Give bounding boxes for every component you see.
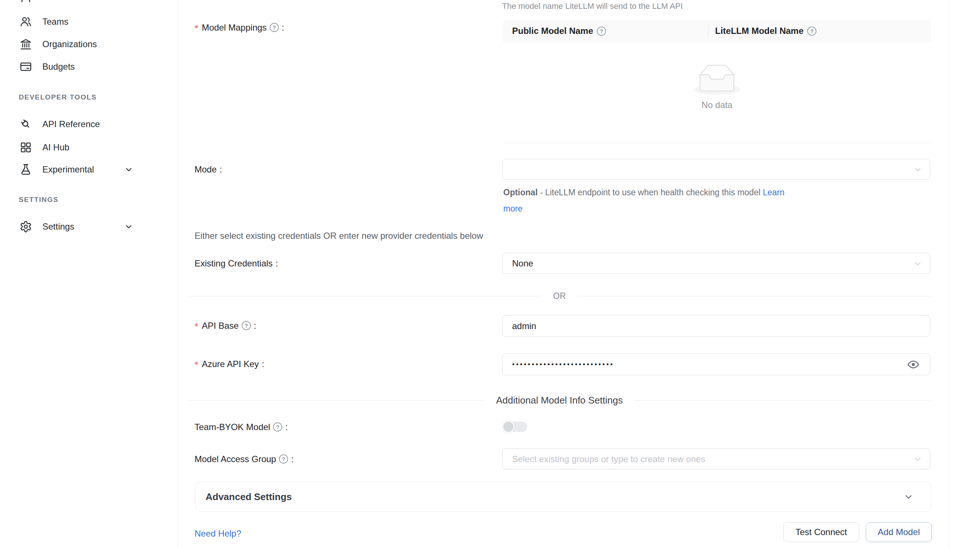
- sidebar-item-teams[interactable]: Teams: [0, 10, 169, 33]
- model-access-group-label: Model Access Group ?: [194, 449, 294, 470]
- sidebar-item-label: AI Hub: [42, 142, 69, 153]
- sidebar-item-label: Experimental: [42, 164, 94, 175]
- sidebar: Internal Users Teams Organizations Budge…: [0, 0, 178, 548]
- help-icon[interactable]: ?: [242, 321, 251, 330]
- empty-state: No data: [503, 64, 931, 110]
- content-right-edge-divider: [949, 0, 949, 548]
- users-icon: [19, 16, 32, 28]
- sidebar-item-settings[interactable]: Settings: [0, 215, 169, 238]
- help-icon[interactable]: ?: [270, 23, 279, 32]
- sidebar-section-developer-tools: DEVELOPER TOOLS: [19, 93, 97, 101]
- existing-credentials-label: Existing Credentials: [194, 253, 278, 274]
- add-model-button[interactable]: Add Model: [866, 522, 932, 542]
- help-icon[interactable]: ?: [273, 422, 282, 432]
- sidebar-item-label: Budgets: [42, 62, 75, 72]
- sidebar-item-label: API Reference: [42, 119, 100, 129]
- user-icon: [19, 0, 32, 3]
- model-mappings-table-header: Public Model Name ? LiteLLM Model Name ?: [503, 19, 931, 42]
- sidebar-item-budgets[interactable]: Budgets: [0, 55, 169, 78]
- mode-select[interactable]: [502, 159, 930, 180]
- credentials-note: Either select existing credentials OR en…: [194, 231, 483, 241]
- advanced-settings-panel[interactable]: Advanced Settings: [195, 482, 931, 512]
- table-note: The model name LiteLLM will send to the …: [502, 2, 682, 11]
- litellm-add-model-page: Internal Users Teams Organizations Budge…: [0, 0, 980, 548]
- mode-helper-text: Optional - LiteLLM endpoint to use when …: [503, 184, 805, 217]
- advanced-settings-title: Advanced Settings: [205, 491, 292, 503]
- or-divider: OR: [188, 291, 931, 301]
- flask-icon: [19, 163, 32, 176]
- sidebar-item-label: Organizations: [42, 39, 97, 49]
- team-byok-toggle[interactable]: [502, 421, 527, 433]
- mode-label: Mode: [194, 159, 222, 180]
- chevron-down-icon: [124, 222, 134, 232]
- additional-settings-divider: Additional Model Info Settings: [188, 395, 931, 406]
- existing-credentials-value: None: [512, 258, 533, 269]
- credit-card-icon: [19, 61, 32, 73]
- plug-icon: [19, 118, 32, 131]
- sidebar-item-organizations[interactable]: Organizations: [0, 33, 169, 56]
- test-connect-button[interactable]: Test Connect: [783, 522, 859, 542]
- column-header-public-model-name: Public Model Name ?: [503, 26, 708, 36]
- column-header-litellm-model-name: LiteLLM Model Name ?: [708, 26, 816, 36]
- existing-credentials-select[interactable]: None: [502, 253, 930, 274]
- or-divider-text: OR: [553, 291, 566, 301]
- api-base-value: admin: [512, 321, 536, 331]
- chevron-down-icon: [904, 492, 914, 502]
- password-visibility-eye-icon[interactable]: [907, 358, 920, 371]
- empty-state-text: No data: [702, 100, 732, 110]
- grid-icon: [19, 141, 32, 154]
- azure-api-key-input[interactable]: ••••••••••••••••••••••••••: [502, 354, 930, 375]
- api-base-input[interactable]: admin: [502, 315, 930, 337]
- azure-api-key-masked-value: ••••••••••••••••••••••••••: [512, 360, 614, 368]
- toggle-knob: [502, 421, 515, 433]
- need-help-link[interactable]: Need Help?: [194, 529, 241, 539]
- model-mappings-table-body: No data: [503, 42, 931, 143]
- bank-icon: [19, 38, 32, 51]
- sidebar-section-settings: SETTINGS: [19, 196, 59, 204]
- team-byok-label: Team-BYOK Model ?: [194, 416, 288, 437]
- sidebar-item-ai-hub[interactable]: AI Hub: [0, 136, 169, 159]
- chevron-down-icon: [913, 259, 923, 268]
- sidebar-item-experimental[interactable]: Experimental: [0, 158, 169, 181]
- sidebar-item-label: Teams: [42, 17, 68, 27]
- sidebar-item-label: Settings: [42, 221, 75, 232]
- chevron-down-icon: [124, 165, 134, 175]
- chevron-down-icon: [913, 454, 923, 464]
- sidebar-item-api-reference[interactable]: API Reference: [0, 113, 169, 135]
- additional-settings-divider-text: Additional Model Info Settings: [496, 395, 623, 406]
- azure-api-key-label: Azure API Key: [194, 354, 264, 374]
- model-access-group-placeholder: Select existing groups or type to create…: [512, 454, 705, 464]
- help-icon[interactable]: ?: [807, 27, 816, 36]
- empty-box-icon: [694, 64, 741, 95]
- model-access-group-select[interactable]: Select existing groups or type to create…: [502, 449, 930, 470]
- help-icon[interactable]: ?: [597, 27, 606, 36]
- sidebar-item-internal-users[interactable]: Internal Users: [0, 0, 169, 8]
- help-icon[interactable]: ?: [279, 454, 288, 464]
- api-base-label: API Base ?: [194, 315, 256, 336]
- chevron-down-icon: [913, 165, 923, 174]
- model-mappings-label: Model Mappings ?: [194, 17, 285, 38]
- gear-icon: [19, 220, 32, 233]
- sidebar-item-label: Internal Users: [42, 0, 97, 2]
